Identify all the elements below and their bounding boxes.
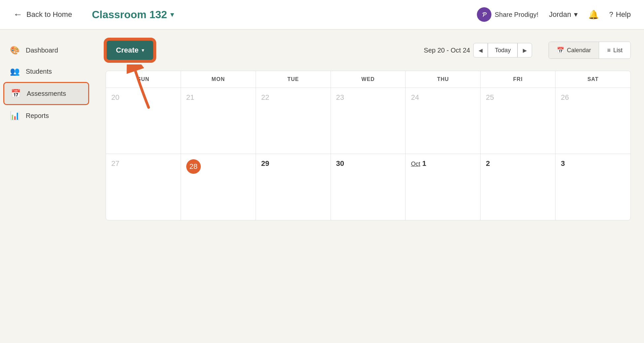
cal-header-thu: THU: [406, 71, 481, 88]
cal-cell-oct2[interactable]: 2: [481, 154, 555, 220]
toolbar: Create ▾ Sep 20 - Oct 24 ◀ Today ▶ 📅 Cal…: [106, 40, 631, 61]
prev-period-button[interactable]: ◀: [473, 43, 488, 57]
cal-header-sat: SAT: [555, 71, 630, 88]
cal-header-fri: FRI: [481, 71, 555, 88]
calendar-header: SUN MON TUE WED THU FRI SAT: [106, 71, 630, 88]
reports-icon: 📊: [10, 111, 20, 120]
user-menu-button[interactable]: Jordan ▾: [549, 10, 577, 19]
help-label: Help: [616, 10, 631, 19]
cal-cell-sep28-today[interactable]: 28: [181, 154, 256, 220]
cal-week-row-1: 20 21 22 23 24 25 26: [106, 88, 630, 154]
create-button[interactable]: Create ▾: [106, 40, 154, 61]
cal-cell-sep21[interactable]: 21: [181, 88, 256, 154]
create-label: Create: [116, 46, 138, 55]
cal-header-sun: SUN: [106, 71, 181, 88]
classroom-dropdown-icon: ▾: [170, 11, 174, 19]
user-name: Jordan: [549, 10, 571, 19]
view-toggle: 📅 Calendar ≡ List: [549, 42, 631, 59]
sidebar-item-students[interactable]: 👥 Students: [0, 61, 92, 82]
dashboard-icon: 🎨: [10, 46, 20, 55]
cal-header-wed: WED: [331, 71, 406, 88]
students-icon: 👥: [10, 67, 20, 76]
cal-cell-sep30[interactable]: 30: [331, 154, 406, 220]
sidebar-label-reports: Reports: [26, 112, 49, 120]
cal-cell-sep22[interactable]: 22: [256, 88, 331, 154]
back-to-home-button[interactable]: ← Back to Home: [13, 9, 72, 20]
share-label: Share Prodigy!: [495, 11, 538, 19]
cal-header-mon: MON: [181, 71, 256, 88]
date-range-label: Sep 20 - Oct 24: [424, 47, 470, 54]
oct1-date: 1: [422, 159, 426, 168]
calendar-view-icon: 📅: [557, 47, 564, 54]
cal-cell-sep27[interactable]: 27: [106, 154, 181, 220]
notifications-bell-icon[interactable]: 🔔: [588, 10, 599, 20]
cal-cell-sep20[interactable]: 20: [106, 88, 181, 154]
sidebar-item-dashboard[interactable]: 🎨 Dashboard: [0, 40, 92, 61]
sidebar-label-assessments: Assessments: [27, 90, 66, 97]
cal-cell-sep29[interactable]: 29: [256, 154, 331, 220]
classroom-name: Classroom 132: [92, 9, 167, 21]
classroom-selector[interactable]: Classroom 132 ▾: [92, 9, 174, 21]
calendar-view-label: Calendar: [567, 47, 591, 54]
main-content: Create ▾ Sep 20 - Oct 24 ◀ Today ▶ 📅 Cal…: [92, 30, 644, 343]
back-label: Back to Home: [26, 10, 72, 19]
next-period-button[interactable]: ▶: [518, 43, 532, 57]
today-button[interactable]: Today: [488, 43, 518, 57]
list-view-icon: ≡: [607, 47, 611, 54]
list-view-button[interactable]: ≡ List: [599, 42, 630, 58]
header: ← Back to Home Classroom 132 ▾ 𝓟 Share P…: [0, 0, 644, 30]
list-view-label: List: [613, 47, 623, 54]
sidebar-item-reports[interactable]: 📊 Reports: [0, 105, 92, 126]
assessments-icon: 📅: [11, 89, 21, 98]
share-prodigy-button[interactable]: 𝓟 Share Prodigy!: [477, 7, 538, 22]
back-arrow-icon: ←: [13, 9, 22, 20]
cal-cell-oct1[interactable]: Oct 1: [406, 154, 481, 220]
sidebar: 🎨 Dashboard 👥 Students 📅 Assessments 📊 R…: [0, 30, 92, 343]
cal-cell-sep24[interactable]: 24: [406, 88, 481, 154]
sidebar-label-students: Students: [26, 68, 52, 75]
calendar-view-button[interactable]: 📅 Calendar: [549, 42, 599, 58]
prodigy-logo-icon: 𝓟: [477, 7, 491, 22]
help-circle-icon: ?: [609, 10, 613, 19]
cal-cell-oct3[interactable]: 3: [555, 154, 630, 220]
date-navigation: Sep 20 - Oct 24 ◀ Today ▶: [424, 43, 532, 57]
calendar: SUN MON TUE WED THU FRI SAT 20 21 22 23 …: [106, 71, 631, 220]
header-right: 𝓟 Share Prodigy! Jordan ▾ 🔔 ? Help: [477, 7, 631, 22]
cal-week-row-2: 27 28 29 30 Oct 1 2 3: [106, 154, 630, 220]
sidebar-label-dashboard: Dashboard: [26, 47, 58, 54]
help-button[interactable]: ? Help: [609, 10, 631, 19]
body-layout: 🎨 Dashboard 👥 Students 📅 Assessments 📊 R…: [0, 30, 644, 343]
user-dropdown-icon: ▾: [574, 10, 578, 19]
cal-header-tue: TUE: [256, 71, 331, 88]
create-dropdown-icon: ▾: [142, 48, 144, 53]
oct-month-label: Oct: [411, 161, 420, 168]
cal-cell-sep26[interactable]: 26: [555, 88, 630, 154]
sidebar-item-assessments[interactable]: 📅 Assessments: [3, 82, 89, 105]
cal-cell-sep25[interactable]: 25: [481, 88, 555, 154]
cal-cell-sep23[interactable]: 23: [331, 88, 406, 154]
